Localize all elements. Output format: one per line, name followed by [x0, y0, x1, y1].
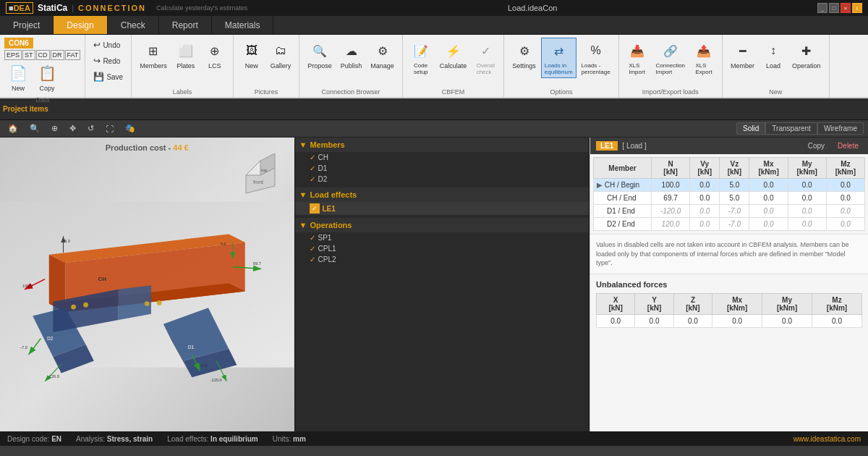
btn-plates[interactable]: ⬜ Plates [172, 38, 200, 72]
btn-zoom-out[interactable]: 🔍 [26, 122, 43, 135]
table-row[interactable]: D2 / End 120.0 0.0 -7.0 0.0 0.0 0.0 [594, 218, 865, 231]
cell-my[interactable]: 0.0 [788, 205, 826, 218]
minimize-button[interactable]: _ [817, 3, 827, 13]
cell-vy[interactable]: 0.0 [690, 179, 720, 192]
members-expand-icon: ▼ [299, 140, 307, 149]
cell-mz[interactable]: 0.0 [826, 205, 864, 218]
btn-zoom-in[interactable]: ⊕ [48, 122, 61, 135]
btn-publish[interactable]: ☁ Publish [337, 38, 366, 72]
tab-check[interactable]: Check [108, 16, 159, 34]
cell-vy[interactable]: 0.0 [690, 192, 720, 205]
btn-dr[interactable]: DR [51, 50, 64, 60]
row-expand-icon[interactable]: ▶ [597, 181, 605, 189]
propose-icon: 🔍 [310, 41, 330, 61]
btn-loads-percentage[interactable]: % Loads -percentage [578, 38, 614, 78]
btn-calculate[interactable]: ⚡ Calculate [436, 38, 471, 72]
tree-item-d2[interactable]: ✓ D2 [295, 174, 590, 185]
cell-mx[interactable]: 0.0 [749, 218, 788, 231]
svg-point-20 [157, 300, 162, 305]
cell-n[interactable]: 120.0 [652, 218, 690, 231]
btn-delete-le[interactable]: Delete [834, 140, 862, 151]
maximize-button[interactable]: □ [829, 3, 839, 13]
btn-display[interactable]: 🎭 [122, 122, 139, 135]
tree-item-cpl2[interactable]: ✓ CPL2 [295, 254, 590, 265]
tree-item-le1[interactable]: ✓ LE1 [295, 202, 590, 215]
cell-mx[interactable]: 0.0 [749, 179, 788, 192]
btn-overall-check[interactable]: ✓ Overallcheck [472, 38, 499, 78]
cell-my[interactable]: 0.0 [788, 218, 826, 231]
close-button[interactable]: × [841, 3, 851, 13]
tab-report[interactable]: Report [159, 16, 212, 34]
cell-n[interactable]: -120.0 [652, 205, 690, 218]
btn-connection-import[interactable]: 🔗 ConnectionImport [652, 38, 689, 78]
table-row[interactable]: ▶ CH / Begin 100.0 0.0 5.0 0.0 0.0 0.0 [594, 179, 865, 192]
btn-rotate[interactable]: ↺ [84, 122, 98, 135]
col-n: N[kN] [652, 158, 690, 179]
tree-item-sp1[interactable]: ✓ SP1 [295, 232, 590, 243]
btn-code-setup[interactable]: 📝 Codesetup [407, 38, 435, 78]
btn-loads-equilibrium[interactable]: ⇄ Loads inequilibrium [541, 38, 576, 78]
cell-vy[interactable]: 0.0 [690, 218, 720, 231]
tab-design[interactable]: Design [54, 16, 107, 34]
tab-materials[interactable]: Materials [212, 16, 274, 34]
cell-my[interactable]: 0.0 [788, 192, 826, 205]
cell-mz[interactable]: 0.0 [826, 218, 864, 231]
cell-mz[interactable]: 0.0 [826, 179, 864, 192]
btn-eps[interactable]: EPS [4, 50, 22, 60]
btn-manage[interactable]: ⚙ Manage [367, 38, 398, 72]
tree-item-ch[interactable]: ✓ CH [295, 152, 590, 163]
btn-undo[interactable]: ↩ Undo [90, 38, 127, 52]
btn-solid-mode[interactable]: Solid [736, 122, 765, 135]
btn-fat[interactable]: FAT [65, 50, 81, 60]
extra-button[interactable]: i [852, 3, 862, 13]
cell-mx[interactable]: 0.0 [749, 205, 788, 218]
btn-pan[interactable]: ✥ [66, 122, 80, 135]
manage-icon: ⚙ [373, 41, 393, 61]
load-effects-section-header[interactable]: ▼ Load effects [295, 187, 590, 202]
btn-st[interactable]: ST [22, 50, 35, 60]
btn-new-load[interactable]: ↕ Load [760, 38, 787, 72]
cell-vz[interactable]: 5.0 [720, 179, 749, 192]
cell-n[interactable]: 100.0 [652, 179, 690, 192]
cell-vz[interactable]: -7.0 [720, 205, 749, 218]
btn-xls-import[interactable]: 📥 XLSImport [624, 38, 651, 78]
btn-settings[interactable]: ⚙ Settings [509, 38, 540, 72]
member-icon: ━ [733, 41, 753, 61]
table-row[interactable]: D1 / End -120.0 0.0 -7.0 0.0 0.0 0.0 [594, 205, 865, 218]
operations-section-header[interactable]: ▼ Operations [295, 218, 590, 232]
cell-vy[interactable]: 0.0 [690, 205, 720, 218]
btn-cd[interactable]: CD [36, 50, 50, 60]
btn-save[interactable]: 💾 Save [90, 69, 127, 84]
cell-vz[interactable]: 5.0 [720, 192, 749, 205]
btn-gallery[interactable]: 🗂 Gallery [267, 38, 295, 72]
btn-new-member[interactable]: ━ Member [727, 38, 758, 72]
tab-project[interactable]: Project [0, 16, 54, 34]
btn-transparent-mode[interactable]: Transparent [765, 122, 817, 135]
cell-mx[interactable]: 0.0 [749, 192, 788, 205]
tree-item-d1[interactable]: ✓ D1 [295, 163, 590, 174]
loads-icon: ⇄ [548, 41, 569, 61]
cell-vz[interactable]: -7.0 [720, 218, 749, 231]
btn-copy-project[interactable]: 📋 Copy [33, 60, 61, 95]
btn-propose[interactable]: 🔍 Propose [304, 38, 336, 72]
btn-wireframe-mode[interactable]: Wireframe [817, 122, 864, 135]
cell-mz[interactable]: 0.0 [826, 192, 864, 205]
btn-new-project[interactable]: 📄 New [4, 60, 32, 95]
btn-new-picture[interactable]: 🖼 New [238, 38, 265, 72]
btn-members[interactable]: ⊞ Members [136, 38, 171, 72]
btn-fit[interactable]: ⛶ [102, 122, 117, 135]
btn-new-operation[interactable]: ✚ Operation [788, 38, 825, 72]
cell-my[interactable]: 0.0 [788, 179, 826, 192]
members-section-header[interactable]: ▼ Members [295, 138, 590, 152]
viewport[interactable]: Production cost - 44 € [0, 138, 294, 431]
window-controls[interactable]: _ □ × i [817, 3, 862, 13]
btn-home-view[interactable]: 🏠 [4, 122, 22, 135]
btn-xls-export[interactable]: 📤 XLSExport [690, 38, 718, 78]
tree-item-cpl1[interactable]: ✓ CPL1 [295, 243, 590, 254]
btn-redo[interactable]: ↪ Redo [90, 54, 127, 68]
cell-n[interactable]: 69.7 [652, 192, 690, 205]
table-row[interactable]: CH / End 69.7 0.0 5.0 0.0 0.0 0.0 [594, 192, 865, 205]
btn-lcs[interactable]: ⊕ LCS [201, 38, 229, 72]
btn-copy-le[interactable]: Copy [804, 140, 828, 151]
undo-label: Undo [103, 41, 120, 49]
